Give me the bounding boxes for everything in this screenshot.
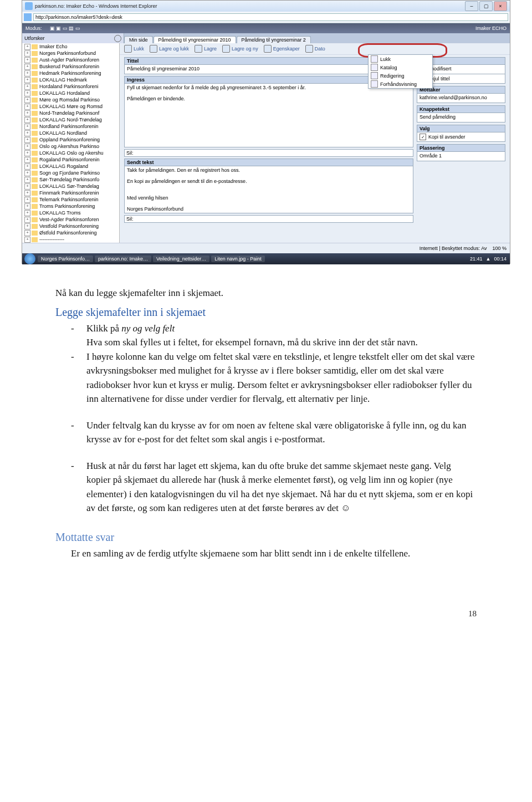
folder-icon bbox=[32, 164, 38, 169]
valg-checkbox[interactable]: ✓Kopi til avsender bbox=[417, 132, 505, 142]
date-icon bbox=[305, 45, 313, 53]
tree-item[interactable]: +Aust-Agder Parkinsonforen bbox=[22, 57, 119, 63]
plassering-value[interactable]: Område 1 bbox=[417, 152, 505, 161]
tree-item[interactable]: +LOKALLAG Møre og Romsd bbox=[22, 103, 119, 110]
expand-icon[interactable]: + bbox=[24, 50, 30, 57]
tree-item[interactable]: +Møre og Romsdal Parkinso bbox=[22, 96, 119, 103]
sendt-value[interactable]: Takk for påmeldingen. Den er nå registre… bbox=[124, 166, 413, 213]
expand-icon[interactable]: + bbox=[24, 70, 30, 76]
ctx-lukk[interactable]: Lukk bbox=[369, 55, 432, 63]
expand-icon[interactable]: + bbox=[24, 144, 30, 150]
lagreogny-button[interactable]: Lagre og ny bbox=[222, 45, 258, 53]
url-input[interactable] bbox=[33, 13, 508, 21]
tree-item[interactable]: +Finnmark Parkinsonforenin bbox=[22, 190, 119, 196]
expand-icon[interactable]: + bbox=[24, 117, 30, 123]
sil-input-2[interactable]: Sil: bbox=[124, 215, 413, 223]
tree-label: Troms Parkinsonforening bbox=[39, 203, 95, 210]
expand-icon[interactable]: + bbox=[24, 203, 30, 210]
expand-icon[interactable]: + bbox=[24, 223, 30, 229]
folder-icon bbox=[32, 151, 38, 156]
start-button[interactable] bbox=[24, 253, 35, 264]
sil-input-1[interactable]: Sil: bbox=[124, 149, 413, 157]
tree-item[interactable]: +LOKALLAG Hedmark bbox=[22, 76, 119, 83]
tree-item[interactable]: +--------------- bbox=[22, 236, 119, 243]
expand-icon[interactable]: + bbox=[24, 190, 30, 196]
tree-item[interactable]: +Oppland Parkinsonforening bbox=[22, 136, 119, 143]
tree-item[interactable]: +LOKALLAG Sør-Trøndelag bbox=[22, 183, 119, 190]
expand-icon[interactable]: + bbox=[24, 164, 30, 170]
tree-item[interactable]: +Hordaland Parkinsonforeni bbox=[22, 83, 119, 90]
tree-label: LOKALLAG Nord-Trøndelag bbox=[39, 116, 102, 123]
egenskaper-button[interactable]: Egenskaper bbox=[264, 45, 300, 53]
expand-icon[interactable]: + bbox=[24, 183, 30, 190]
tree-item[interactable]: +LOKALLAG Troms bbox=[22, 210, 119, 216]
tree-item[interactable]: +LOKALLAG Hordaland bbox=[22, 90, 119, 96]
tree-item[interactable]: +LOKALLAG Oslo og Akershu bbox=[22, 150, 119, 156]
expand-icon[interactable]: + bbox=[24, 177, 30, 183]
dato-label: Dato bbox=[315, 46, 325, 52]
expand-icon[interactable]: + bbox=[24, 97, 30, 103]
tree-item[interactable]: +Oslo og Akershus Parkinso bbox=[22, 143, 119, 150]
lukk-button[interactable]: Lukk bbox=[124, 45, 144, 53]
taskbar-item[interactable]: parkinson.no: Imake… bbox=[95, 256, 151, 262]
tab-pam2[interactable]: Påmelding til yngreseminar 2 bbox=[237, 36, 311, 43]
expand-icon[interactable]: + bbox=[24, 44, 30, 50]
taskbar-item[interactable]: Veiledning_nettsider… bbox=[153, 256, 209, 262]
expand-icon[interactable]: + bbox=[24, 104, 30, 110]
maximize-button[interactable]: ▢ bbox=[479, 1, 493, 11]
expand-icon[interactable]: + bbox=[24, 130, 30, 136]
tree-item[interactable]: +Vest-Agder Parkinsonforen bbox=[22, 216, 119, 223]
lagreoglukk-button[interactable]: Lagre og lukk bbox=[150, 45, 189, 53]
expand-icon[interactable]: + bbox=[24, 84, 30, 90]
ctx-forhand[interactable]: Forhåndsvisning bbox=[369, 80, 432, 88]
tree-item[interactable]: +Vestfold Parkinsonforening bbox=[22, 223, 119, 229]
tree-item[interactable]: +Imaker Echo bbox=[22, 43, 119, 50]
expand-icon[interactable]: + bbox=[24, 137, 30, 143]
expand-icon[interactable]: + bbox=[24, 237, 30, 243]
expand-icon[interactable]: + bbox=[24, 157, 30, 163]
tree-item[interactable]: +Telemark Parkinsonforenin bbox=[22, 196, 119, 203]
ctx-redigering[interactable]: Redigering bbox=[369, 71, 432, 80]
brand-label: Imaker ECHO bbox=[475, 25, 507, 31]
lagre-button[interactable]: Lagre bbox=[195, 45, 217, 53]
tree-item[interactable]: +LOKALLAG Nordland bbox=[22, 130, 119, 136]
tab-minside[interactable]: Min side bbox=[124, 36, 153, 43]
ctx-katalog[interactable]: Katalog bbox=[369, 63, 432, 71]
status-mode: Internett | Beskyttet modus: Av bbox=[420, 246, 487, 251]
ingress-value[interactable]: Fyll ut skjemaet nedenfor for å melde de… bbox=[124, 84, 413, 147]
tree-item[interactable]: +Nord-Trøndelag Parkinsonf bbox=[22, 110, 119, 116]
reload-icon[interactable] bbox=[114, 35, 121, 42]
tree-item[interactable]: +Buskerud Parkinsonforenin bbox=[22, 63, 119, 70]
folder-icon bbox=[32, 211, 38, 216]
expand-icon[interactable]: + bbox=[24, 170, 30, 176]
mottaker-value[interactable]: kathrine.veland@parkinson.no bbox=[417, 94, 505, 103]
tree-item[interactable]: +LOKALLAG Nord-Trøndelag bbox=[22, 116, 119, 123]
knapp-value[interactable]: Send påmelding bbox=[417, 113, 505, 122]
close-button[interactable]: × bbox=[494, 1, 507, 11]
expand-icon[interactable]: + bbox=[24, 197, 30, 203]
tree-item[interactable]: +Sør-Trøndelag Parkinsonfo bbox=[22, 176, 119, 183]
tree-item[interactable]: +LOKALLAG Rogaland bbox=[22, 163, 119, 170]
expand-icon[interactable]: + bbox=[24, 110, 30, 116]
tree-item[interactable]: +Troms Parkinsonforening bbox=[22, 203, 119, 210]
taskbar-item[interactable]: Norges Parkinsonfo… bbox=[38, 256, 93, 262]
expand-icon[interactable]: + bbox=[24, 217, 30, 223]
expand-icon[interactable]: + bbox=[24, 124, 30, 130]
expand-icon[interactable]: + bbox=[24, 90, 30, 96]
tab-pam2010[interactable]: Påmelding til yngreseminar 2010 bbox=[154, 36, 236, 43]
tree-item[interactable]: +Sogn og Fjordane Parkinso bbox=[22, 170, 119, 176]
expand-icon[interactable]: + bbox=[24, 150, 30, 156]
tree-item[interactable]: +Rogaland Parkinsonforenin bbox=[22, 156, 119, 163]
expand-icon[interactable]: + bbox=[24, 77, 30, 83]
expand-icon[interactable]: + bbox=[24, 57, 30, 63]
tree-item[interactable]: +Østfold Parkinsonforening bbox=[22, 229, 119, 236]
expand-icon[interactable]: + bbox=[24, 64, 30, 70]
minimize-button[interactable]: – bbox=[465, 1, 478, 11]
expand-icon[interactable]: + bbox=[24, 230, 30, 236]
dato-button[interactable]: Dato bbox=[305, 45, 325, 53]
taskbar-item[interactable]: Liten navn.jpg - Paint bbox=[211, 256, 265, 262]
tree-item[interactable]: +Nordland Parkinsonforenin bbox=[22, 123, 119, 130]
tree-item[interactable]: +Hedmark Parkinsonforening bbox=[22, 70, 119, 76]
tree-item[interactable]: +Norges Parkinsonforbund bbox=[22, 50, 119, 57]
expand-icon[interactable]: + bbox=[24, 210, 30, 216]
